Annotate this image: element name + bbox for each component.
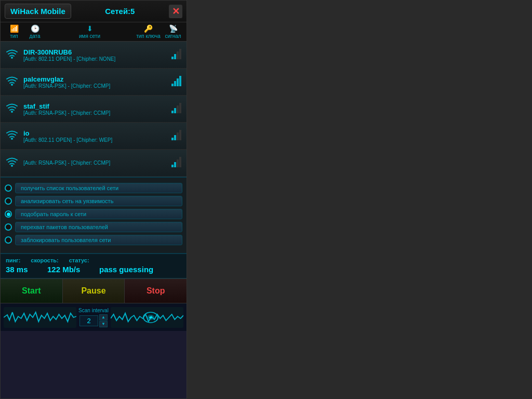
network-item[interactable]: io [Auth: 802.11 OPEN] - [Chipher: WEP]: [1, 123, 187, 150]
network-name: palcemvglaz: [23, 75, 170, 83]
svg-rect-7: [174, 81, 176, 86]
network-signal-bars: [170, 48, 182, 62]
scan-interval-input[interactable]: [79, 315, 98, 326]
scan-interval-down[interactable]: ▼: [99, 321, 108, 327]
scan-interval-up[interactable]: ▲: [99, 314, 108, 321]
network-info: [Auth: RSNA-PSK] - [Chipher: CCMP]: [23, 160, 170, 166]
network-name: staf_stif: [23, 102, 170, 110]
svg-rect-4: [179, 49, 181, 59]
network-signal-bars: [170, 129, 182, 143]
svg-rect-3: [177, 51, 179, 59]
svg-rect-22: [174, 162, 176, 167]
network-info: io [Auth: 802.11 OPEN] - [Chipher: WEP]: [23, 129, 170, 143]
radio-button[interactable]: [5, 184, 12, 192]
network-signal-bars: [170, 102, 182, 116]
network-auth: [Auth: RSNA-PSK] - [Chipher: CCMP]: [23, 83, 170, 89]
radio-button[interactable]: [5, 236, 12, 244]
col-keytype: 🔑 тип ключа: [134, 24, 163, 39]
network-signal-bars: [170, 75, 182, 89]
keytype-icon: 🔑: [144, 24, 153, 33]
radio-option[interactable]: заблокировать пользователя сети: [5, 235, 182, 245]
speed-value: 122 Mb/s: [47, 265, 89, 274]
ping-value: 38 ms: [6, 265, 37, 274]
header: WiHack Mobile Сетей:5 ✕: [1, 1, 187, 22]
col-tip: 📶 тип: [4, 24, 24, 39]
network-name: DIR-300NRUB6: [23, 48, 170, 56]
svg-rect-18: [177, 132, 179, 140]
svg-rect-8: [177, 78, 179, 86]
svg-rect-16: [171, 138, 174, 140]
scan-interval-box: Scan interval ▲ ▼: [78, 308, 109, 327]
wifi-icon: [5, 75, 19, 89]
network-auth: [Auth: RSNA-PSK] - [Chipher: CCMP]: [23, 110, 170, 116]
radio-label: подобрать пароль к сети: [15, 209, 182, 219]
svg-point-27: [149, 316, 152, 318]
svg-rect-19: [179, 130, 181, 140]
app-title: WiHack Mobile: [5, 4, 71, 19]
svg-point-5: [11, 84, 13, 86]
col-date: 🕑 дата: [24, 24, 45, 39]
network-auth: [Auth: 802.11 OPEN] - [Chipher: NONE]: [23, 56, 170, 62]
radio-button[interactable]: [5, 197, 12, 205]
svg-rect-2: [174, 54, 176, 59]
network-item[interactable]: [Auth: RSNA-PSK] - [Chipher: CCMP]: [1, 150, 187, 177]
network-info: staf_stif [Auth: RSNA-PSK] - [Chipher: C…: [23, 102, 170, 116]
svg-rect-24: [179, 157, 181, 167]
svg-point-15: [11, 138, 13, 140]
app-container: WiHack Mobile Сетей:5 ✕ 📶 тип 🕑 дата ⬇ и…: [0, 0, 187, 399]
control-buttons: Start Pause Stop: [1, 278, 187, 303]
network-info: palcemvglaz [Auth: RSNA-PSK] - [Chipher:…: [23, 75, 170, 89]
bottom-bar: Scan interval ▲ ▼: [1, 303, 187, 331]
wifi-icon: [5, 102, 19, 116]
radio-button[interactable]: [5, 210, 12, 218]
radio-label: перехват пакетов пользователей: [15, 222, 182, 232]
stop-button[interactable]: Stop: [125, 279, 187, 303]
signal-icon: 📡: [169, 24, 178, 33]
wave-left: [4, 307, 76, 328]
wifi-icon: [5, 156, 19, 170]
svg-rect-1: [171, 57, 174, 59]
close-button[interactable]: ✕: [169, 5, 182, 18]
svg-point-20: [11, 165, 13, 167]
radio-option[interactable]: подобрать пароль к сети: [5, 209, 182, 219]
status-bar: пинг: скорость: статус: 38 ms 122 Mb/s p…: [1, 254, 187, 278]
start-button[interactable]: Start: [1, 279, 63, 303]
wave-right: [111, 307, 183, 328]
radio-label: анализировать сеть на уязвимость: [15, 196, 182, 206]
tip-icon: 📶: [10, 24, 19, 33]
svg-rect-23: [177, 159, 179, 167]
network-name: io: [23, 129, 170, 137]
svg-rect-6: [171, 84, 174, 86]
scan-interval-label: Scan interval: [78, 308, 109, 313]
svg-rect-11: [171, 111, 174, 113]
col-name: ⬇ имя сети: [45, 24, 134, 39]
wifi-icon: [5, 129, 19, 143]
network-item[interactable]: palcemvglaz [Auth: RSNA-PSK] - [Chipher:…: [1, 69, 187, 96]
networks-count: Сетей:5: [75, 7, 165, 16]
network-auth: [Auth: RSNA-PSK] - [Chipher: CCMP]: [23, 160, 170, 166]
radio-option[interactable]: перехват пакетов пользователей: [5, 222, 182, 232]
network-auth: [Auth: 802.11 OPEN] - [Chipher: WEP]: [23, 137, 170, 143]
wifi-icon: [5, 48, 19, 62]
radio-label: заблокировать пользователя сети: [15, 235, 182, 245]
scan-spinners: ▲ ▼: [99, 314, 108, 327]
radio-button[interactable]: [5, 223, 12, 231]
svg-point-0: [11, 57, 13, 59]
network-list: DIR-300NRUB6 [Auth: 802.11 OPEN] - [Chip…: [1, 42, 187, 177]
svg-point-10: [11, 111, 13, 113]
date-icon: 🕑: [31, 24, 39, 33]
actions-panel: получить список пользователей сети анали…: [1, 177, 187, 254]
ping-label: пинг:: [6, 257, 20, 263]
svg-rect-21: [171, 165, 174, 167]
status-label: статус:: [69, 257, 89, 263]
network-item[interactable]: DIR-300NRUB6 [Auth: 802.11 OPEN] - [Chip…: [1, 42, 187, 69]
network-signal-bars: [170, 156, 182, 170]
network-item[interactable]: staf_stif [Auth: RSNA-PSK] - [Chipher: C…: [1, 96, 187, 123]
radio-option[interactable]: анализировать сеть на уязвимость: [5, 196, 182, 206]
speed-label: скорость:: [31, 257, 58, 263]
column-headers: 📶 тип 🕑 дата ⬇ имя сети 🔑 тип ключа 📡 си…: [1, 22, 187, 42]
pause-button[interactable]: Pause: [63, 279, 125, 303]
radio-option[interactable]: получить список пользователей сети: [5, 183, 182, 193]
svg-rect-12: [174, 108, 176, 113]
radio-label: получить список пользователей сети: [15, 183, 182, 193]
